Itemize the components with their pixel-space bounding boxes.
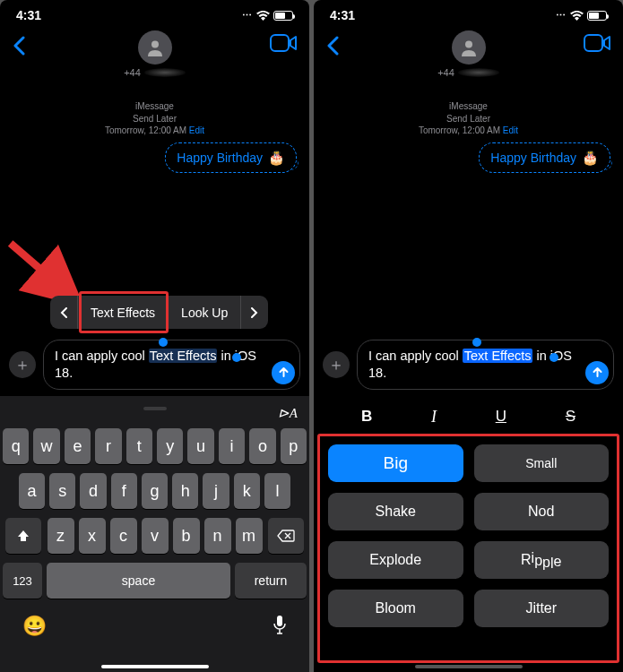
scheduled-message-bubble[interactable]: Happy Birthday 🎂 xyxy=(479,142,610,173)
numbers-key[interactable]: 123 xyxy=(3,563,42,599)
compose-row: ＋ I can apply cool Text Effects in iOS 1… xyxy=(0,340,309,390)
contact-header[interactable]: +44 xyxy=(0,30,309,78)
imessage-label: iMessage xyxy=(0,100,309,113)
underline-button[interactable]: U xyxy=(496,408,506,426)
home-indicator[interactable] xyxy=(101,665,209,668)
status-time: 4:31 xyxy=(330,8,355,22)
wifi-icon xyxy=(256,11,270,21)
key-c[interactable]: c xyxy=(110,518,137,554)
key-q[interactable]: q xyxy=(3,428,29,464)
compose-text-pre: I can apply cool xyxy=(368,349,463,363)
battery-icon xyxy=(273,11,293,21)
selection-handle-end[interactable] xyxy=(232,353,241,362)
key-n[interactable]: n xyxy=(204,518,231,554)
strikethrough-button[interactable]: S xyxy=(566,408,575,426)
attachments-button[interactable]: ＋ xyxy=(9,351,36,378)
annotation-highlight-box xyxy=(79,291,169,333)
key-h[interactable]: h xyxy=(172,473,198,509)
key-k[interactable]: k xyxy=(234,473,260,509)
screenshot-left: 4:31 ⋯ +44 iMessage Send Late xyxy=(0,0,309,672)
scheduled-message-text: Happy Birthday xyxy=(177,151,263,165)
keyboard-handle-icon xyxy=(143,407,167,410)
key-e[interactable]: e xyxy=(65,428,91,464)
key-x[interactable]: x xyxy=(79,518,106,554)
shift-key[interactable] xyxy=(5,518,41,554)
home-indicator[interactable] xyxy=(415,665,523,668)
emoji-key[interactable]: 😀 xyxy=(22,615,47,640)
key-b[interactable]: b xyxy=(173,518,200,554)
cake-emoji-icon: 🎂 xyxy=(582,150,599,166)
key-a[interactable]: a xyxy=(19,473,45,509)
key-y[interactable]: y xyxy=(157,428,183,464)
space-key[interactable]: space xyxy=(47,563,230,599)
key-s[interactable]: s xyxy=(49,473,75,509)
context-look-up[interactable]: Look Up xyxy=(169,296,240,329)
key-d[interactable]: d xyxy=(80,473,106,509)
key-l[interactable]: l xyxy=(264,473,290,509)
contact-number-prefix: +44 xyxy=(437,67,454,78)
scheduled-message-text: Happy Birthday xyxy=(490,151,576,165)
send-later-time: Tomorrow, 12:00 AM xyxy=(105,125,186,135)
contact-header[interactable]: +44 xyxy=(314,30,623,78)
status-indicators: ⋯ xyxy=(242,10,293,22)
imessage-label: iMessage xyxy=(314,100,623,113)
key-u[interactable]: u xyxy=(187,428,213,464)
compose-selection: Text Effects xyxy=(463,349,533,363)
edit-schedule-button[interactable]: Edit xyxy=(503,125,518,135)
key-o[interactable]: o xyxy=(249,428,275,464)
attachments-button[interactable]: ＋ xyxy=(323,351,350,378)
compose-selection: Text Effects xyxy=(149,349,218,363)
key-w[interactable]: w xyxy=(33,428,59,464)
wifi-icon xyxy=(570,11,584,21)
svg-line-2 xyxy=(11,244,74,297)
key-v[interactable]: v xyxy=(142,518,169,554)
selection-handle-end[interactable] xyxy=(549,353,558,362)
key-m[interactable]: m xyxy=(236,518,263,554)
dictation-key[interactable] xyxy=(273,615,287,640)
key-g[interactable]: g xyxy=(142,473,168,509)
compose-row: ＋ I can apply cool Text Effects in iOS 1… xyxy=(314,340,623,390)
send-later-label: Send Later xyxy=(0,113,309,125)
key-f[interactable]: f xyxy=(111,473,137,509)
status-bar: 4:31 ⋯ xyxy=(0,0,309,25)
context-menu-next[interactable] xyxy=(241,296,268,329)
scheduled-message-bubble[interactable]: Happy Birthday 🎂 xyxy=(165,142,297,173)
cellular-dots-icon: ⋯ xyxy=(242,10,253,22)
keyboard-row-3: zxcvbnm xyxy=(3,518,307,554)
key-j[interactable]: j xyxy=(203,473,229,509)
bold-button[interactable]: B xyxy=(361,408,372,426)
context-menu-prev[interactable] xyxy=(50,296,77,329)
message-input[interactable]: I can apply cool Text Effects in iOS 18. xyxy=(43,340,300,390)
status-indicators: ⋯ xyxy=(556,10,607,22)
cellular-dots-icon: ⋯ xyxy=(556,10,567,22)
italic-button[interactable]: I xyxy=(431,408,437,426)
format-bar: B I U S xyxy=(314,403,623,430)
send-button[interactable] xyxy=(585,361,609,384)
return-key[interactable]: return xyxy=(235,563,307,599)
contact-number-redacted xyxy=(144,68,186,77)
avatar xyxy=(138,30,172,65)
keyboard-row-4: 123 space return xyxy=(3,563,307,599)
avatar xyxy=(452,30,486,65)
screenshot-right: 4:31 ⋯ +44 iMessage Send Late xyxy=(314,0,623,672)
send-later-time: Tomorrow, 12:00 AM xyxy=(419,125,500,135)
send-later-info: iMessage Send Later Tomorrow, 12:00 AM E… xyxy=(314,100,623,137)
key-p[interactable]: p xyxy=(281,428,307,464)
battery-icon xyxy=(587,11,607,21)
contact-number-prefix: +44 xyxy=(124,67,141,78)
nav-bar: +44 xyxy=(0,25,309,79)
send-button[interactable] xyxy=(272,361,295,384)
key-z[interactable]: z xyxy=(48,518,74,554)
keyboard-row-1: qwertyuiop xyxy=(3,428,307,464)
delete-key[interactable] xyxy=(268,518,304,554)
text-format-key[interactable]: ⊳A xyxy=(278,405,298,421)
key-t[interactable]: t xyxy=(126,428,152,464)
selection-handle-start[interactable] xyxy=(472,338,481,347)
selection-handle-start[interactable] xyxy=(159,338,168,347)
key-i[interactable]: i xyxy=(219,428,245,464)
svg-rect-3 xyxy=(277,616,282,626)
contact-number-redacted xyxy=(458,68,499,77)
message-input[interactable]: I can apply cool Text Effects in iOS 18. xyxy=(357,340,614,390)
key-r[interactable]: r xyxy=(95,428,121,464)
edit-schedule-button[interactable]: Edit xyxy=(189,125,204,135)
